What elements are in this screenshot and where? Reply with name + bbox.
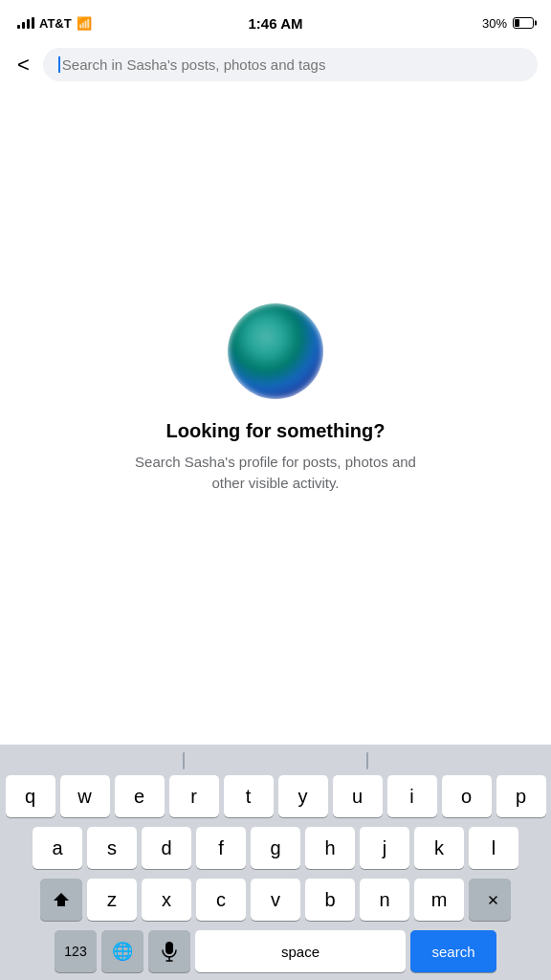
status-left: AT&T 📶 bbox=[17, 16, 92, 31]
key-o[interactable]: o bbox=[442, 775, 492, 817]
key-w[interactable]: w bbox=[60, 775, 110, 817]
key-u[interactable]: u bbox=[333, 775, 383, 817]
key-c[interactable]: c bbox=[196, 879, 246, 921]
key-n[interactable]: n bbox=[360, 879, 409, 921]
key-k[interactable]: k bbox=[414, 827, 464, 869]
empty-state-content: Looking for something? Search Sasha's pr… bbox=[0, 91, 551, 745]
keyboard-dot-right bbox=[366, 752, 368, 769]
search-bar-row: < bbox=[0, 42, 551, 91]
battery-icon bbox=[513, 17, 534, 29]
empty-state-title: Looking for something? bbox=[166, 420, 386, 442]
key-b[interactable]: b bbox=[305, 879, 355, 921]
key-e[interactable]: e bbox=[115, 775, 165, 817]
key-r[interactable]: r bbox=[169, 775, 219, 817]
globe-key[interactable]: 🌐 bbox=[101, 930, 143, 972]
key-t[interactable]: t bbox=[224, 775, 274, 817]
avatar-image bbox=[228, 303, 323, 399]
status-time: 1:46 AM bbox=[249, 15, 303, 32]
key-f[interactable]: f bbox=[196, 827, 246, 869]
search-input-container[interactable] bbox=[43, 48, 538, 81]
key-m[interactable]: m bbox=[414, 879, 464, 921]
key-q[interactable]: q bbox=[6, 775, 55, 817]
key-y[interactable]: y bbox=[278, 775, 328, 817]
shift-icon bbox=[52, 890, 71, 909]
mic-icon bbox=[162, 941, 177, 962]
svg-rect-2 bbox=[165, 942, 173, 954]
key-a[interactable]: a bbox=[33, 827, 82, 869]
status-right: 30% bbox=[482, 16, 534, 31]
space-key[interactable]: space bbox=[195, 930, 406, 972]
keyboard-dots bbox=[4, 752, 547, 769]
key-h[interactable]: h bbox=[305, 827, 355, 869]
shift-key[interactable] bbox=[40, 879, 82, 921]
wifi-icon: 📶 bbox=[77, 16, 92, 31]
keyboard-row-3: z x c v b n m bbox=[4, 879, 547, 921]
keyboard-row-1: q w e r t y u i o p bbox=[4, 775, 547, 817]
key-s[interactable]: s bbox=[87, 827, 137, 869]
search-key[interactable]: search bbox=[410, 930, 496, 972]
empty-state-subtitle: Search Sasha's profile for posts, photos… bbox=[132, 452, 419, 495]
keyboard: q w e r t y u i o p a s d f g h j k l z … bbox=[0, 745, 551, 980]
keyboard-bottom-row: 123 🌐 space search bbox=[4, 930, 547, 972]
num-key[interactable]: 123 bbox=[55, 930, 97, 972]
keyboard-dot-left bbox=[183, 752, 185, 769]
avatar bbox=[228, 303, 323, 399]
key-g[interactable]: g bbox=[251, 827, 300, 869]
key-x[interactable]: x bbox=[142, 879, 191, 921]
text-cursor bbox=[58, 56, 60, 73]
carrier-label: AT&T bbox=[39, 16, 72, 31]
battery-percent-label: 30% bbox=[482, 16, 507, 31]
status-bar: AT&T 📶 1:46 AM 30% bbox=[0, 0, 551, 42]
key-i[interactable]: i bbox=[387, 775, 437, 817]
back-button[interactable]: < bbox=[13, 49, 33, 81]
delete-key[interactable] bbox=[469, 879, 511, 921]
keyboard-row-2: a s d f g h j k l bbox=[4, 827, 547, 869]
mic-key[interactable] bbox=[148, 930, 190, 972]
key-p[interactable]: p bbox=[496, 775, 546, 817]
signal-bars-icon bbox=[17, 17, 34, 29]
search-input[interactable] bbox=[62, 56, 522, 73]
delete-icon bbox=[479, 892, 500, 907]
key-j[interactable]: j bbox=[360, 827, 409, 869]
key-l[interactable]: l bbox=[469, 827, 518, 869]
key-d[interactable]: d bbox=[142, 827, 191, 869]
key-z[interactable]: z bbox=[87, 879, 137, 921]
key-v[interactable]: v bbox=[251, 879, 300, 921]
